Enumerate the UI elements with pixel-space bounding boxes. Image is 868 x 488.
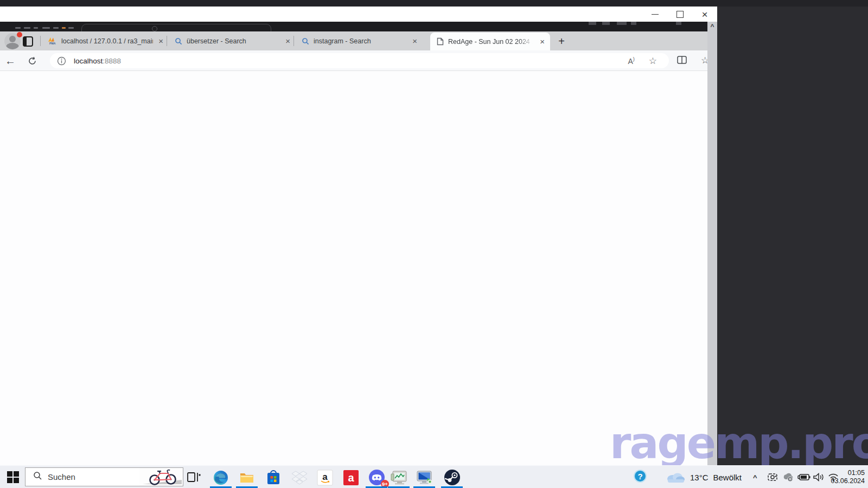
taskbar: Suchen (0, 465, 868, 488)
tab-title: RedAge - Sun Jun 02 2024 19:49: (448, 38, 534, 46)
split-screen-button[interactable] (677, 56, 687, 66)
background-icon-fragment (617, 22, 627, 25)
clock-time: 01:05 (824, 469, 865, 477)
tray-show-hidden-icons[interactable]: ^ (753, 466, 757, 488)
background-text-fragment (34, 27, 38, 29)
page-icon (437, 37, 444, 46)
divider (40, 36, 41, 46)
taskbar-app-hardware-monitor[interactable] (388, 468, 410, 486)
tab-title: instagram - Search (314, 37, 407, 45)
background-text-fragment (42, 27, 50, 29)
microsoft-store-icon (266, 470, 281, 486)
back-button[interactable]: ← (2, 53, 18, 69)
refresh-button[interactable] (25, 54, 39, 68)
taskbar-app-dropbox[interactable] (289, 468, 310, 486)
taskbar-app-amd[interactable]: a (340, 468, 362, 486)
search-icon (152, 26, 157, 31)
taskbar-app-edge[interactable] (210, 468, 232, 486)
amazon-icon: a (317, 470, 333, 486)
tab-strip: PMA localhost / 127.0.0.1 / ra3_main | ×… (0, 31, 707, 50)
search-icon (175, 37, 182, 45)
read-aloud-button[interactable]: A) (628, 56, 634, 66)
browser-toolbar: ← localhost:8888 A) ☆ ☆ (0, 50, 707, 71)
screen-capture-icon (767, 472, 778, 482)
performance-monitor-icon (390, 470, 407, 486)
taskbar-weather[interactable]: 13°C Bewölkt (665, 466, 742, 488)
tab-close-icon[interactable]: × (410, 36, 419, 46)
phpmyadmin-icon: PMA (48, 37, 57, 45)
url-text[interactable]: localhost:8888 (74, 57, 628, 65)
tab-uebersetzer-search[interactable]: übersetzer - Search × (169, 31, 293, 50)
taskbar-app-amazon[interactable]: a (314, 468, 336, 486)
task-view-icon (187, 471, 201, 483)
background-window-top (0, 0, 868, 7)
background-icon-fragment (631, 22, 636, 25)
divider (293, 36, 294, 46)
background-window-titlebar: × (0, 7, 717, 22)
taskbar-app-microsoft-store[interactable] (263, 468, 284, 486)
refresh-icon (28, 56, 37, 66)
taskbar-search-box[interactable]: Suchen (25, 467, 183, 486)
taskbar-app-discord[interactable]: 9+ (366, 468, 387, 486)
tab-close-icon[interactable]: × (538, 37, 547, 46)
tab-title: localhost / 127.0.0.1 / ra3_main | (61, 37, 153, 45)
start-button[interactable] (4, 468, 22, 486)
tab-phpmyadmin[interactable]: PMA localhost / 127.0.0.1 / ra3_main | × (43, 31, 167, 50)
maximize-icon (676, 11, 684, 18)
cloud-icon (665, 471, 686, 484)
back-arrow-icon: ← (5, 55, 16, 67)
tray-volume[interactable] (813, 466, 825, 488)
minimize-icon (652, 14, 659, 15)
bing-bicycle-image[interactable] (139, 468, 183, 486)
scroll-up-icon[interactable]: ^ (707, 23, 717, 30)
taskbar-app-file-explorer[interactable] (236, 468, 258, 486)
url-host: localhost (74, 57, 103, 65)
help-icon: ? (637, 472, 642, 481)
search-icon (302, 37, 309, 45)
background-text-fragment (24, 27, 30, 29)
search-placeholder: Suchen (48, 472, 139, 481)
tab-redage-active[interactable]: RedAge - Sun Jun 02 2024 19:49: × (430, 33, 550, 50)
tray-screen-capture[interactable] (767, 466, 778, 488)
background-text-fragment (15, 27, 21, 29)
tab-actions-menu-button[interactable] (23, 36, 33, 47)
chevron-up-icon: ^ (753, 473, 757, 481)
cloud-paused-icon (782, 472, 794, 482)
task-view-button[interactable] (187, 471, 201, 483)
steam-icon (444, 469, 461, 486)
tab-close-icon[interactable]: × (156, 36, 165, 46)
favorite-star-button[interactable]: ☆ (649, 55, 657, 67)
site-info-icon[interactable] (57, 56, 66, 66)
svg-text:a: a (322, 472, 328, 482)
desktop-screen: × ^ PMA (0, 0, 868, 488)
new-tab-button[interactable]: + (554, 34, 569, 48)
tab-close-icon[interactable]: × (283, 36, 292, 46)
tab-instagram-search[interactable]: instagram - Search × (296, 31, 420, 50)
help-button[interactable]: ? (634, 470, 647, 483)
background-icon-fragment (62, 27, 66, 29)
taskbar-app-steam[interactable] (441, 468, 463, 486)
weather-condition: Bewölkt (713, 473, 742, 482)
vertical-tabs-icon (24, 37, 27, 46)
background-text-fragment (68, 27, 74, 29)
taskbar-app-computer[interactable] (413, 468, 435, 486)
close-button[interactable]: × (697, 7, 713, 22)
background-search-box (81, 24, 271, 31)
maximize-button[interactable] (672, 7, 688, 22)
scrollbar[interactable]: ^ (707, 22, 717, 465)
address-bar[interactable]: localhost:8888 A) ☆ (50, 53, 669, 68)
edge-icon (213, 470, 229, 486)
svg-text:PMA: PMA (49, 42, 56, 45)
read-aloud-icon: A (628, 56, 633, 65)
search-icon (33, 471, 42, 483)
tray-battery[interactable] (797, 466, 810, 488)
tray-onedrive[interactable] (782, 466, 794, 488)
weather-temperature: 13°C (690, 473, 709, 482)
minimize-button[interactable] (647, 7, 663, 22)
speaker-icon (813, 473, 825, 481)
taskbar-clock[interactable]: 01:05 03.06.2024 (824, 466, 865, 488)
star-icon: ☆ (649, 56, 657, 66)
favorites-bar-star-button[interactable]: ☆ (701, 55, 707, 66)
background-text-fragment (53, 27, 59, 29)
battery-charging-icon (797, 473, 810, 481)
